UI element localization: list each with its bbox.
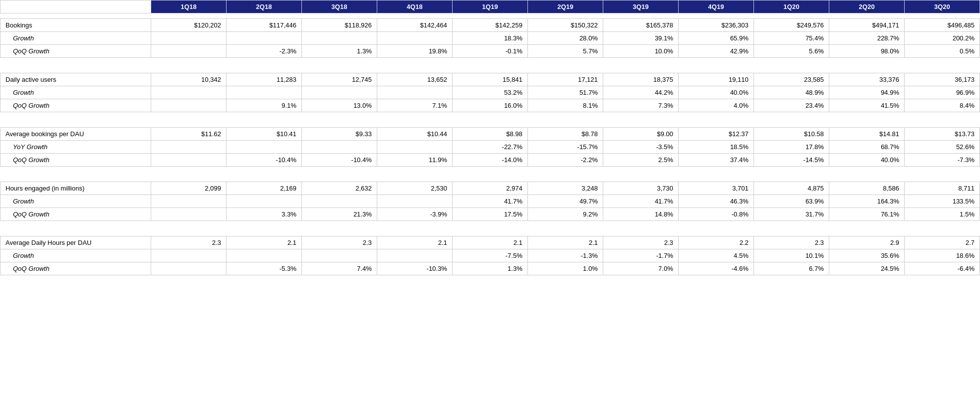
main-value-dau-1Q19: 15,841 — [453, 73, 528, 86]
sub-value-dau-0-1Q19: 53.2% — [453, 86, 528, 99]
sub-value-avg-daily-hours-dau-1-4Q19: -4.6% — [679, 262, 754, 275]
sub-value-avg-daily-hours-dau-1-3Q20: -6.4% — [905, 262, 980, 275]
sub-value-avg-daily-hours-dau-0-1Q18 — [151, 249, 227, 262]
main-value-hours-engaged-2Q20: 8,586 — [829, 182, 905, 195]
sub-value-dau-1-1Q19: 16.0% — [453, 99, 528, 112]
sub-value-bookings-0-1Q19: 18.3% — [453, 32, 528, 45]
sub-value-avg-daily-hours-dau-0-3Q20: 18.6% — [905, 249, 980, 262]
main-value-hours-engaged-3Q20: 8,711 — [905, 182, 980, 195]
sub-value-bookings-0-3Q19: 39.1% — [603, 32, 679, 45]
sub-label-dau-1: QoQ Growth — [0, 99, 151, 112]
sub-value-dau-0-3Q20: 96.9% — [905, 86, 980, 99]
sub-row-bookings-0: Growth18.3%28.0%39.1%65.9%75.4%228.7%200… — [0, 32, 980, 45]
main-value-bookings-3Q20: $496,485 — [905, 19, 980, 32]
main-value-bookings-1Q19: $142,259 — [453, 19, 528, 32]
sub-label-bookings-0: Growth — [0, 32, 151, 45]
sub-value-hours-engaged-0-3Q19: 41.7% — [603, 195, 679, 208]
sub-value-hours-engaged-0-1Q19: 41.7% — [453, 195, 528, 208]
main-label-bookings: Bookings — [0, 19, 151, 32]
main-value-avg-bookings-dau-1Q20: $10.58 — [754, 128, 829, 141]
main-value-avg-bookings-dau-4Q19: $12.37 — [679, 128, 754, 141]
sub-value-avg-bookings-dau-0-3Q19: -3.5% — [603, 141, 679, 154]
main-value-avg-bookings-dau-2Q18: $10.41 — [227, 128, 302, 141]
main-value-hours-engaged-2Q18: 2,169 — [227, 182, 302, 195]
column-header-2q20: 2Q20 — [829, 0, 905, 13]
sub-value-hours-engaged-1-2Q18: 3.3% — [227, 208, 302, 221]
main-value-avg-daily-hours-dau-3Q19: 2.3 — [603, 236, 679, 249]
main-label-avg-bookings-dau: Average bookings per DAU — [0, 128, 151, 141]
main-value-dau-4Q19: 19,110 — [679, 73, 754, 86]
sub-value-avg-daily-hours-dau-0-2Q19: -1.3% — [528, 249, 603, 262]
sub-value-hours-engaged-1-4Q19: -0.8% — [679, 208, 754, 221]
sub-value-dau-0-4Q19: 40.0% — [679, 86, 754, 99]
sub-label-avg-bookings-dau-0: YoY Growth — [0, 141, 151, 154]
main-row-dau: Daily active users10,34211,28312,74513,6… — [0, 73, 980, 86]
sub-value-avg-daily-hours-dau-1-3Q18: 7.4% — [302, 262, 377, 275]
main-value-dau-2Q19: 17,121 — [528, 73, 603, 86]
main-value-avg-daily-hours-dau-1Q19: 2.1 — [453, 236, 528, 249]
sub-value-bookings-0-1Q18 — [151, 32, 227, 45]
main-value-dau-1Q18: 10,342 — [151, 73, 227, 86]
main-value-avg-daily-hours-dau-3Q20: 2.7 — [905, 236, 980, 249]
column-header-1q20: 1Q20 — [754, 0, 829, 13]
main-value-avg-bookings-dau-3Q18: $9.33 — [302, 128, 377, 141]
main-value-bookings-3Q18: $118,926 — [302, 19, 377, 32]
sub-value-avg-bookings-dau-0-3Q20: 52.6% — [905, 141, 980, 154]
column-header-1q19: 1Q19 — [453, 0, 528, 13]
main-value-dau-3Q18: 12,745 — [302, 73, 377, 86]
main-value-hours-engaged-3Q18: 2,632 — [302, 182, 377, 195]
sub-value-avg-daily-hours-dau-1-2Q20: 24.5% — [829, 262, 905, 275]
sub-value-avg-daily-hours-dau-1-1Q18 — [151, 262, 227, 275]
main-value-avg-daily-hours-dau-2Q20: 2.9 — [829, 236, 905, 249]
sub-value-avg-bookings-dau-0-1Q19: -22.7% — [453, 141, 528, 154]
sub-value-bookings-1-1Q18 — [151, 45, 227, 58]
main-row-avg-daily-hours-dau: Average Daily Hours per DAU2.32.12.32.12… — [0, 236, 980, 249]
main-value-bookings-2Q19: $150,322 — [528, 19, 603, 32]
sub-value-bookings-0-2Q18 — [227, 32, 302, 45]
sub-value-bookings-1-3Q18: 1.3% — [302, 45, 377, 58]
sub-value-dau-1-2Q19: 8.1% — [528, 99, 603, 112]
sub-value-bookings-0-4Q19: 65.9% — [679, 32, 754, 45]
sub-value-hours-engaged-0-1Q20: 63.9% — [754, 195, 829, 208]
main-value-dau-4Q18: 13,652 — [377, 73, 453, 86]
sub-value-hours-engaged-1-3Q19: 14.8% — [603, 208, 679, 221]
main-value-hours-engaged-4Q19: 3,701 — [679, 182, 754, 195]
sub-value-hours-engaged-1-1Q18 — [151, 208, 227, 221]
sub-value-avg-bookings-dau-1-4Q19: 37.4% — [679, 154, 754, 167]
sub-value-avg-bookings-dau-0-2Q19: -15.7% — [528, 141, 603, 154]
main-value-avg-bookings-dau-3Q19: $9.00 — [603, 128, 679, 141]
main-value-avg-bookings-dau-1Q19: $8.98 — [453, 128, 528, 141]
main-value-avg-bookings-dau-2Q19: $8.78 — [528, 128, 603, 141]
sub-value-bookings-0-2Q19: 28.0% — [528, 32, 603, 45]
column-header-3q19: 3Q19 — [603, 0, 679, 13]
sub-value-hours-engaged-0-3Q20: 133.5% — [905, 195, 980, 208]
sub-label-hours-engaged-1: QoQ Growth — [0, 208, 151, 221]
sub-label-hours-engaged-0: Growth — [0, 195, 151, 208]
sub-value-avg-bookings-dau-0-1Q18 — [151, 141, 227, 154]
sub-value-avg-daily-hours-dau-1-2Q18: -5.3% — [227, 262, 302, 275]
sub-value-hours-engaged-1-1Q20: 31.7% — [754, 208, 829, 221]
sub-value-dau-0-2Q19: 51.7% — [528, 86, 603, 99]
main-value-bookings-4Q18: $142,464 — [377, 19, 453, 32]
sub-value-avg-daily-hours-dau-0-4Q18 — [377, 249, 453, 262]
sub-value-hours-engaged-0-2Q19: 49.7% — [528, 195, 603, 208]
sub-value-bookings-0-3Q18 — [302, 32, 377, 45]
sub-value-bookings-1-3Q20: 0.5% — [905, 45, 980, 58]
sub-value-avg-bookings-dau-0-2Q20: 68.7% — [829, 141, 905, 154]
sub-value-avg-bookings-dau-0-2Q18 — [227, 141, 302, 154]
sub-value-dau-1-1Q20: 23.4% — [754, 99, 829, 112]
main-value-avg-daily-hours-dau-1Q20: 2.3 — [754, 236, 829, 249]
sub-value-dau-0-3Q19: 44.2% — [603, 86, 679, 99]
main-row-hours-engaged: Hours engaged (in millions)2,0992,1692,6… — [0, 182, 980, 195]
main-value-bookings-2Q18: $117,446 — [227, 19, 302, 32]
sub-row-avg-daily-hours-dau-0: Growth-7.5%-1.3%-1.7%4.5%10.1%35.6%18.6% — [0, 249, 980, 262]
sub-label-bookings-1: QoQ Growth — [0, 45, 151, 58]
main-value-avg-daily-hours-dau-4Q19: 2.2 — [679, 236, 754, 249]
sub-value-avg-bookings-dau-0-4Q19: 18.5% — [679, 141, 754, 154]
main-value-avg-bookings-dau-3Q20: $13.73 — [905, 128, 980, 141]
sub-value-dau-0-4Q18 — [377, 86, 453, 99]
sub-row-bookings-1: QoQ Growth-2.3%1.3%19.8%-0.1%5.7%10.0%42… — [0, 45, 980, 58]
sub-value-dau-1-3Q18: 13.0% — [302, 99, 377, 112]
main-label-dau: Daily active users — [0, 73, 151, 86]
main-value-avg-daily-hours-dau-4Q18: 2.1 — [377, 236, 453, 249]
